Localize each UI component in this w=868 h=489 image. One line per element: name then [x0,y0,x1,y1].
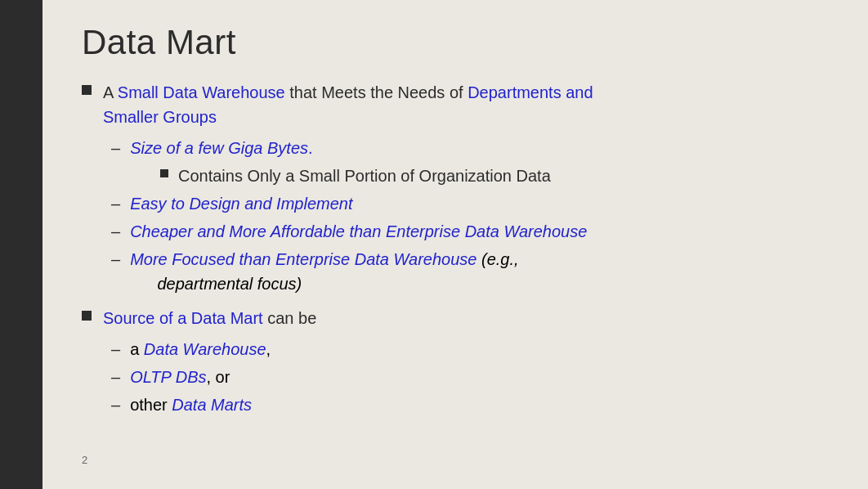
sub-b1-italic: Data Warehouse [144,340,266,358]
bullet1-link1: Small Data Warehouse [118,83,285,101]
bullet-text-2: Source of a Data Mart can be [103,306,316,330]
bullet2-link: Source of a Data Mart [103,309,263,327]
sub2-text: Easy to Design and Implement [130,191,352,216]
bullet2-suffix: can be [263,309,317,327]
list-item-2: Source of a Data Mart can be [82,306,829,330]
sub4-text: More Focused than Enterprise Data Wareho… [130,247,518,296]
slide-title: Data Mart [82,23,829,62]
sub-item-b3: – other Data Marts [111,393,829,417]
list-item-1: A Small Data Warehouse that Meets the Ne… [82,80,829,129]
bullet-square-small [160,169,168,177]
sub-b2-italic: OLTP DBs [130,368,206,386]
sub1-period: . [308,139,313,157]
dash-b1: – [111,337,120,361]
sub-item-2: – Easy to Design and Implement [111,191,829,216]
dash-3: – [111,219,120,244]
bullet-text-1: A Small Data Warehouse that Meets the Ne… [103,80,593,129]
subsub-text: Contains Only a Small Portion of Organiz… [178,164,551,188]
dash-1: – [111,136,120,160]
sub-b2-normal: , or [206,368,230,386]
sub3-text: Cheaper and More Affordable than Enterpr… [130,219,587,244]
sub4-italic: More Focused than Enterprise Data Wareho… [130,250,477,268]
sub-list-1: – Size of a few Giga Bytes. Contains Onl… [111,136,829,296]
bullet-square-1 [82,85,92,95]
dash-b3: – [111,393,120,417]
sub-item-3: – Cheaper and More Affordable than Enter… [111,219,829,244]
sub-item-b1: – a Data Warehouse, [111,337,829,361]
content: Data Mart A Small Data Warehouse that Me… [43,0,868,489]
sub-b3-text: other Data Marts [130,393,252,417]
dash-b2: – [111,365,120,389]
sub-sub-item-1: Contains Only a Small Portion of Organiz… [160,164,829,188]
sub-b1-text: a Data Warehouse, [130,337,271,361]
sub1-text: Size of a few Giga Bytes. [130,136,312,160]
page-number: 2 [82,446,829,466]
sub-b2-text: OLTP DBs, or [130,365,230,389]
slide: Data Mart A Small Data Warehouse that Me… [0,0,868,489]
bullet1-prefix: A [103,83,118,101]
sub-sub-list: Contains Only a Small Portion of Organiz… [160,164,829,188]
sub-b3-normal: other [130,396,172,414]
main-list: A Small Data Warehouse that Meets the Ne… [82,80,829,420]
sub-item-1: – Size of a few Giga Bytes. [111,136,829,160]
sub-b1-end: , [266,340,271,358]
dash-2: – [111,191,120,216]
sub-b3-italic: Data Marts [172,396,252,414]
sub-item-4: – More Focused than Enterprise Data Ware… [111,247,829,296]
bullet-square-2 [82,311,92,321]
sub-list-2: – a Data Warehouse, – OLTP DBs, or – [111,337,829,417]
sub-b1-normal: a [130,340,144,358]
sub-item-b2: – OLTP DBs, or [111,365,829,389]
sub1-italic: Size of a few Giga Bytes [130,139,308,157]
bullet1-middle: that Meets the Needs of [285,83,468,101]
left-bar [0,0,43,489]
dash-4: – [111,247,120,271]
